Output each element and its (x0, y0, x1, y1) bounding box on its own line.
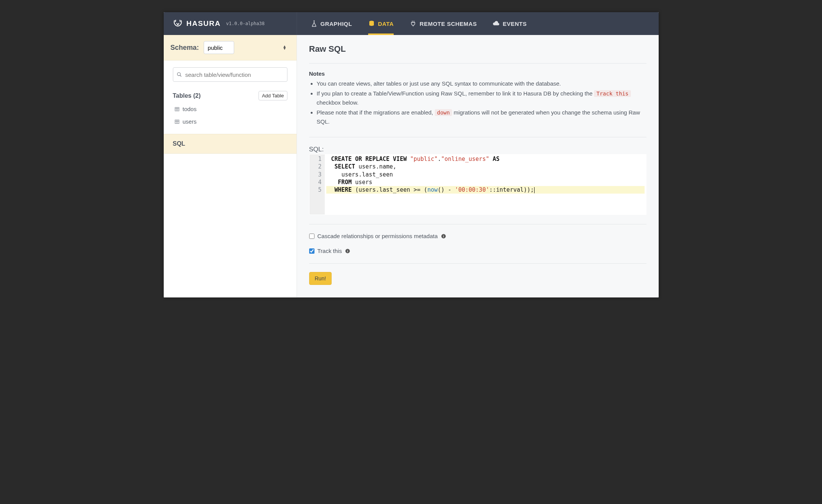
top-tabs: GRAPHIQL DATA REMOTE SCHEMAS (297, 12, 541, 35)
schema-selector-row: Schema: public ▲▼ (164, 35, 297, 60)
info-icon[interactable]: i (345, 248, 350, 254)
cascade-option: Cascade relationships or permissions met… (309, 233, 646, 239)
track-checkbox[interactable] (309, 248, 314, 254)
topbar: HASURA v1.0.0-alpha38 GRAPHIQL DATA (164, 12, 659, 35)
svg-rect-2 (175, 107, 179, 111)
tab-label: DATA (378, 21, 394, 27)
editor-cursor (534, 187, 535, 194)
svg-rect-3 (175, 120, 179, 123)
editor-code[interactable]: CREATE OR REPLACE VIEW "public"."online_… (325, 154, 646, 215)
table-item-users[interactable]: users (164, 115, 297, 128)
tables-title: Tables (2) (173, 92, 201, 99)
tab-label: GRAPHIQL (321, 21, 352, 27)
tab-events[interactable]: EVENTS (493, 12, 527, 35)
editor-gutter: 1 2 3 4 5 (310, 154, 325, 215)
tab-label: EVENTS (503, 21, 527, 27)
brand-name: HASURA (187, 19, 221, 28)
sql-label: SQL: (309, 146, 646, 153)
track-option: Track this i (309, 248, 646, 254)
add-table-button[interactable]: Add Table (259, 91, 287, 100)
table-name: users (183, 118, 197, 125)
body: Schema: public ▲▼ Tables (2) (164, 35, 659, 297)
main-content: Raw SQL Notes You can create views, alte… (297, 35, 659, 297)
run-button[interactable]: Run! (309, 272, 332, 285)
code-chip: Track this (594, 90, 630, 97)
brand-version: v1.0.0-alpha38 (226, 21, 265, 26)
sidebar-sql-nav[interactable]: SQL (164, 134, 297, 154)
app-window: HASURA v1.0.0-alpha38 GRAPHIQL DATA (164, 12, 659, 297)
database-icon (368, 20, 375, 27)
tab-data[interactable]: DATA (368, 12, 394, 35)
table-icon (174, 107, 180, 112)
table-icon (174, 119, 180, 124)
sidebar: Schema: public ▲▼ Tables (2) (164, 35, 297, 297)
brand: HASURA v1.0.0-alpha38 (164, 12, 297, 35)
hasura-logo-icon (173, 19, 183, 29)
tab-remote-schemas[interactable]: REMOTE SCHEMAS (410, 12, 477, 35)
sql-section: SQL: 1 2 3 4 5 CREATE OR REPLACE VIEW "p… (309, 137, 646, 215)
table-name: todos (183, 106, 197, 112)
tables-header: Tables (2) Add Table (164, 86, 297, 103)
note-item: If you plan to create a Table/View/Funct… (317, 89, 646, 107)
tab-label: REMOTE SCHEMAS (420, 21, 477, 27)
tab-graphiql[interactable]: GRAPHIQL (311, 12, 352, 35)
note-item: Please note that if the migrations are e… (317, 108, 646, 126)
schema-label: Schema: (171, 44, 199, 52)
notes-section: Notes You can create views, alter tables… (309, 70, 646, 126)
options-section: Cascade relationships or permissions met… (309, 224, 646, 254)
svg-point-1 (177, 73, 180, 76)
sidebar-search-area (164, 60, 297, 86)
notes-title: Notes (309, 70, 646, 77)
plug-icon (410, 20, 417, 27)
schema-select-wrap: public ▲▼ (204, 41, 290, 54)
notes-list: You can create views, alter tables or ju… (309, 79, 646, 126)
cascade-checkbox[interactable] (309, 234, 314, 239)
note-item: You can create views, alter tables or ju… (317, 79, 646, 88)
info-icon[interactable]: i (441, 234, 446, 239)
code-chip: down (435, 109, 452, 116)
run-section: Run! (309, 263, 646, 285)
table-item-todos[interactable]: todos (164, 103, 297, 115)
page-title: Raw SQL (309, 44, 646, 64)
track-label: Track this (318, 248, 342, 254)
search-icon (177, 72, 182, 77)
schema-select[interactable]: public (204, 41, 234, 54)
flask-icon (311, 20, 318, 27)
chevron-updown-icon: ▲▼ (283, 45, 287, 50)
cloud-icon (493, 20, 500, 27)
sql-editor[interactable]: 1 2 3 4 5 CREATE OR REPLACE VIEW "public… (309, 154, 646, 215)
cascade-label: Cascade relationships or permissions met… (318, 233, 438, 239)
search-input[interactable] (173, 67, 287, 82)
